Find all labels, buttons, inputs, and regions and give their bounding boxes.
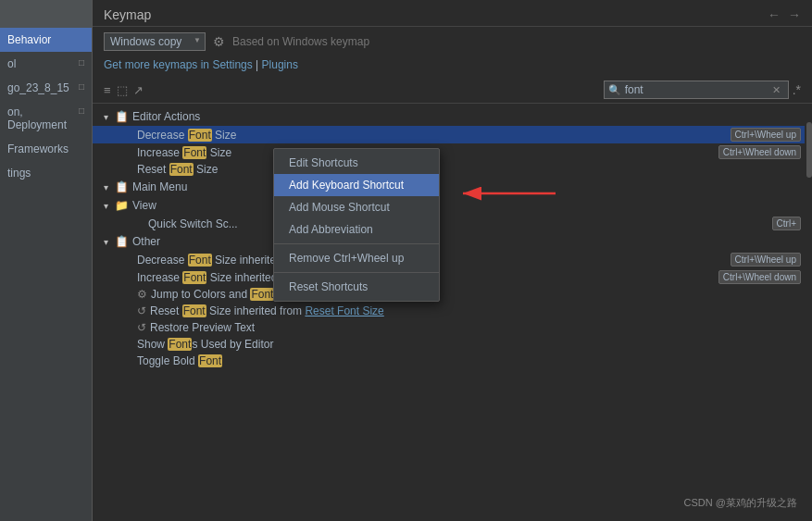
quick-switch-label: Quick Switch Sc... bbox=[148, 217, 772, 230]
main-content: Keymap ← → Windows copy Default Mac OS X… bbox=[93, 0, 812, 521]
menu-item-add-keyboard[interactable]: Add Keyboard Shortcut bbox=[274, 174, 439, 196]
keymap-select[interactable]: Windows copy Default Mac OS X Emacs bbox=[104, 32, 206, 51]
toggle-bold-label: Toggle Bold Font bbox=[137, 354, 801, 367]
main-menu-header[interactable]: ▾ 📋 Main Menu bbox=[93, 178, 812, 196]
expand-icon-editor-actions: ▾ bbox=[104, 112, 115, 122]
decrease-font-label: Decrease Font Size bbox=[137, 129, 731, 142]
shortcut-ii: Ctrl+\Wheel down bbox=[718, 270, 801, 284]
hl4: Font bbox=[182, 304, 206, 317]
search-input[interactable] bbox=[604, 81, 789, 99]
content-area: ▾ 📋 Editor Actions Decrease Font Size Ct… bbox=[93, 104, 812, 521]
shortcut-increase: Ctrl+\Wheel down bbox=[718, 145, 801, 159]
view-icon: 📁 bbox=[115, 199, 129, 212]
hl5: Font bbox=[168, 338, 192, 351]
restore-preview-icon: ↺ bbox=[137, 321, 146, 334]
restore-icon: ↺ bbox=[137, 304, 146, 317]
main-menu-icon: 📋 bbox=[115, 180, 129, 193]
sidebar-small-icon: □ bbox=[79, 57, 84, 68]
forward-button[interactable]: → bbox=[788, 7, 801, 22]
editor-actions-header[interactable]: ▾ 📋 Editor Actions bbox=[93, 107, 812, 126]
sidebar-item-frameworks[interactable]: Frameworks bbox=[0, 137, 92, 161]
view-label: View bbox=[132, 199, 156, 212]
expand-icon-view: ▾ bbox=[104, 201, 115, 211]
main-menu-label: Main Menu bbox=[132, 180, 187, 193]
other-header[interactable]: ▾ 📋 Other bbox=[93, 232, 812, 251]
filter-icon-grid[interactable]: ⬚ bbox=[117, 83, 128, 97]
sidebar-item-on-deployment[interactable]: □ on, Deployment bbox=[0, 100, 92, 137]
highlight-font3: Font bbox=[169, 163, 194, 176]
filter-toolbar: ≡ ⬚ ↗ 🔍 ✕ .* bbox=[93, 77, 812, 104]
menu-separator2 bbox=[274, 272, 439, 273]
hl1: Font bbox=[188, 254, 212, 267]
menu-item-remove-shortcut[interactable]: Remove Ctrl+Wheel up bbox=[274, 247, 439, 269]
filter-icon-list[interactable]: ≡ bbox=[104, 83, 111, 97]
view-header[interactable]: ▾ 📁 View bbox=[93, 196, 812, 215]
filter-icon-arrow[interactable]: ↗ bbox=[133, 83, 144, 97]
editor-actions-icon: 📋 bbox=[115, 110, 129, 123]
scrollbar-thumb[interactable] bbox=[806, 122, 812, 178]
tree-row[interactable]: Show Fonts Used by Editor bbox=[93, 336, 812, 353]
sidebar-small-icon3: □ bbox=[79, 105, 84, 116]
keymap-toolbar: Windows copy Default Mac OS X Emacs ⚙ Ba… bbox=[93, 27, 812, 56]
restore-preview-label: Restore Preview Text bbox=[150, 321, 801, 334]
context-menu: Edit Shortcuts Add Keyboard Shortcut Add… bbox=[273, 148, 440, 302]
tree-row[interactable]: ↺ Restore Preview Text bbox=[93, 319, 812, 336]
reset-font-inherited-label: Reset Font Size inherited from Reset Fon… bbox=[150, 304, 801, 317]
hl2: Font bbox=[182, 271, 206, 284]
tree-row[interactable]: ⚙ Jump to Colors and Fonts bbox=[93, 286, 812, 303]
reset-font-link[interactable]: Reset Font Size bbox=[305, 304, 383, 317]
nav-arrows: ← → bbox=[768, 7, 801, 22]
show-fonts-label: Show Fonts Used by Editor bbox=[137, 338, 801, 351]
gear-icon[interactable]: ⚙ bbox=[213, 34, 225, 49]
header: Keymap ← → bbox=[93, 0, 812, 27]
sidebar-item-tings[interactable]: tings bbox=[0, 161, 92, 185]
shortcut-decrease: Ctrl+\Wheel up bbox=[731, 128, 801, 142]
expand-icon-other: ▾ bbox=[104, 237, 115, 247]
back-button[interactable]: ← bbox=[768, 7, 781, 22]
links-row: Get more keymaps in Settings | Plugins bbox=[93, 56, 812, 77]
tree-row[interactable]: Increase Font Size Ctrl+\Wheel down bbox=[93, 143, 812, 161]
keymap-description: Based on Windows keymap bbox=[232, 35, 369, 48]
page-title: Keymap bbox=[104, 7, 151, 22]
sidebar-small-icon2: □ bbox=[79, 81, 84, 92]
search-box: 🔍 ✕ .* bbox=[604, 81, 801, 99]
other-icon: 📋 bbox=[115, 235, 129, 248]
sidebar-top bbox=[0, 0, 92, 28]
hl6: Font bbox=[198, 354, 222, 367]
reset-font-label: Reset Font Size bbox=[137, 163, 801, 176]
search-icon: 🔍 bbox=[608, 84, 621, 96]
tree-row[interactable]: Toggle Bold Font bbox=[93, 353, 812, 369]
menu-item-add-abbreviation[interactable]: Add Abbreviation bbox=[274, 218, 439, 241]
shortcut-di: Ctrl+\Wheel up bbox=[731, 253, 801, 267]
settings-link[interactable]: Get more keymaps in Settings bbox=[104, 58, 253, 71]
tree-row[interactable]: Decrease Font Size inherited from Decrea… bbox=[93, 251, 812, 268]
tree-row[interactable]: Decrease Font Size Ctrl+\Wheel up bbox=[93, 126, 812, 143]
hl3: Font bbox=[250, 288, 274, 301]
editor-actions-label: Editor Actions bbox=[132, 110, 200, 123]
sidebar-item-tool[interactable]: □ ol bbox=[0, 52, 92, 76]
sidebar: Behavior □ ol □ go_23_8_15 □ on, Deploym… bbox=[0, 0, 93, 521]
other-label: Other bbox=[132, 235, 160, 248]
tree-row[interactable]: Quick Switch Sc... Ctrl+ bbox=[93, 215, 812, 232]
tree-row[interactable]: Increase Font Size inherited from Increa… bbox=[93, 268, 812, 286]
menu-item-edit-shortcuts[interactable]: Edit Shortcuts bbox=[274, 152, 439, 174]
search-regex-icon[interactable]: .* bbox=[793, 82, 801, 97]
plugins-link[interactable]: Plugins bbox=[262, 58, 298, 71]
watermark: CSDN @菜鸡的升级之路 bbox=[684, 496, 797, 510]
menu-item-add-mouse[interactable]: Add Mouse Shortcut bbox=[274, 196, 439, 218]
tree-row[interactable]: Reset Font Size bbox=[93, 161, 812, 178]
sidebar-item-behavior[interactable]: Behavior bbox=[0, 28, 92, 52]
scrollbar[interactable] bbox=[805, 104, 812, 521]
shortcut-quickswitch: Ctrl+ bbox=[772, 217, 801, 230]
menu-item-reset-shortcuts[interactable]: Reset Shortcuts bbox=[274, 276, 439, 298]
jump-colors-label: Jump to Colors and Fonts bbox=[151, 288, 801, 301]
search-clear-icon[interactable]: ✕ bbox=[772, 84, 781, 96]
tree-row[interactable]: ↺ Reset Font Size inherited from Reset F… bbox=[93, 303, 812, 319]
sidebar-item-go[interactable]: □ go_23_8_15 bbox=[0, 76, 92, 100]
highlight-font: Font bbox=[188, 129, 212, 142]
highlight-font2: Font bbox=[182, 146, 206, 159]
keymap-select-wrapper: Windows copy Default Mac OS X Emacs bbox=[104, 32, 206, 51]
menu-separator bbox=[274, 243, 439, 244]
settings-icon: ⚙ bbox=[137, 288, 147, 301]
expand-icon-main-menu: ▾ bbox=[104, 182, 115, 192]
